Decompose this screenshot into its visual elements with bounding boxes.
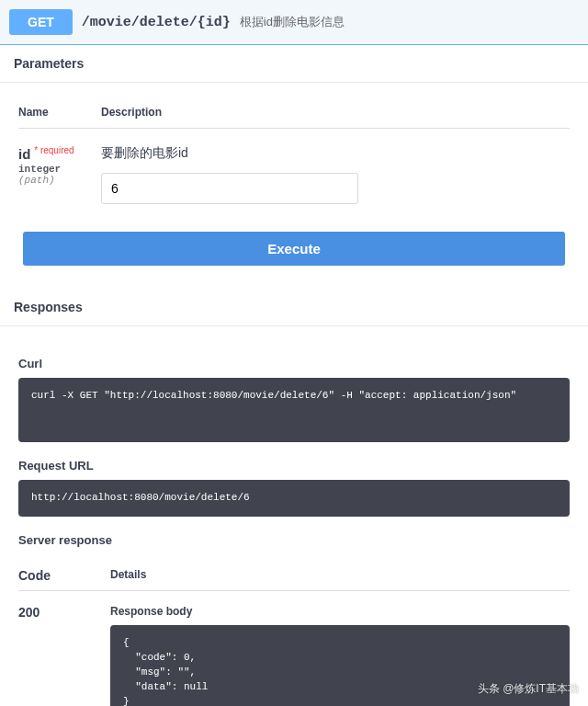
param-table-header: Name Description [18, 97, 570, 129]
watermark: 头条 @修炼IT基本功 [478, 681, 579, 697]
parameters-header: Parameters [0, 45, 588, 83]
http-method-badge: GET [9, 9, 73, 35]
request-url-block[interactable]: http://localhost:8080/movie/delete/6 [18, 480, 570, 517]
param-value-input[interactable] [101, 173, 358, 204]
param-desc-cell: 要删除的电影id [101, 145, 570, 204]
execute-button[interactable]: Execute [23, 232, 565, 266]
column-code: Code [18, 568, 110, 583]
server-response-label: Server response [18, 533, 570, 547]
column-description: Description [101, 106, 570, 119]
required-indicator: * required [34, 145, 74, 155]
column-name: Name [18, 106, 101, 119]
param-description: 要删除的电影id [101, 145, 570, 162]
param-type: integer [18, 164, 101, 175]
responses-section: Curl curl -X GET "http://localhost:8080/… [0, 326, 588, 706]
endpoint-path: /movie/delete/{id} [82, 15, 231, 30]
request-url-label: Request URL [18, 459, 570, 473]
curl-code-block[interactable]: curl -X GET "http://localhost:8080/movie… [18, 378, 570, 442]
parameters-area: Name Description id * required integer (… [0, 83, 588, 222]
response-code: 200 [18, 605, 110, 706]
response-body-label: Response body [110, 605, 570, 618]
column-details: Details [110, 568, 570, 583]
param-in: (path) [18, 175, 101, 186]
endpoint-summary: 根据id删除电影信息 [240, 14, 345, 30]
response-table-header: Code Details [18, 561, 570, 591]
param-row: id * required integer (path) 要删除的电影id [18, 129, 570, 204]
curl-label: Curl [18, 357, 570, 370]
endpoint-header[interactable]: GET /movie/delete/{id} 根据id删除电影信息 [0, 0, 588, 45]
execute-wrapper: Execute [0, 222, 588, 289]
param-name: id [18, 146, 30, 162]
param-name-cell: id * required integer (path) [18, 145, 101, 204]
responses-header: Responses [0, 289, 588, 326]
